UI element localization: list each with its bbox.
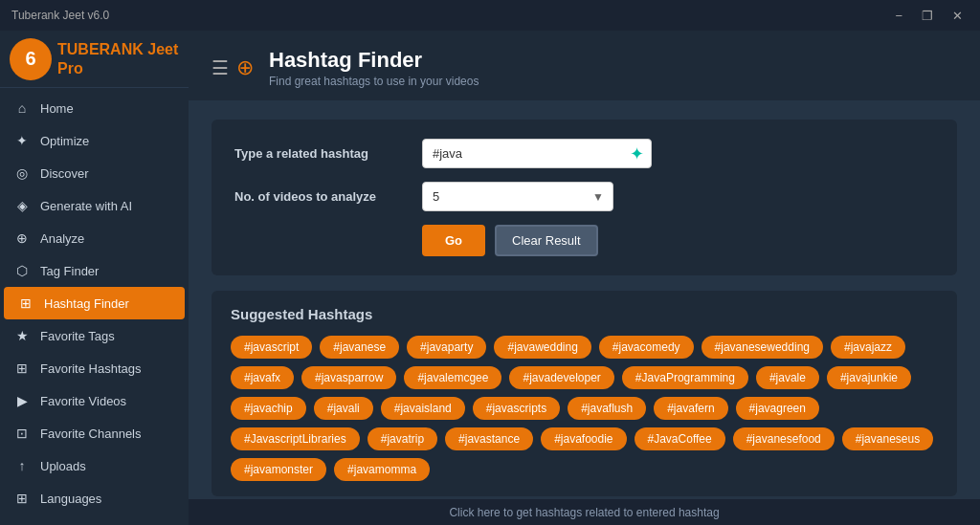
hashtag-tag[interactable]: #javanesewedding bbox=[702, 336, 823, 359]
videos-row: No. of videos to analyze 510152025 ▼ bbox=[234, 182, 934, 211]
nav-label-tag-finder: Tag Finder bbox=[40, 264, 99, 278]
ai-icon[interactable]: ✦ bbox=[630, 143, 644, 164]
header-title-block: Hashtag Finder Find great hashtags to us… bbox=[269, 48, 479, 88]
hashtag-tag[interactable]: #javamonster bbox=[231, 458, 326, 481]
sidebar-item-home[interactable]: ⌂ Home bbox=[0, 92, 189, 124]
hashtag-tag[interactable]: #javascript bbox=[231, 336, 312, 359]
sidebar-item-favorite-tags[interactable]: ★ Favorite Tags bbox=[0, 319, 189, 352]
hashtag-tag[interactable]: #javalemcgee bbox=[404, 366, 501, 389]
hashtag-tag[interactable]: #JavascriptLibraries bbox=[231, 427, 360, 450]
nav-icon-favorite-tags: ★ bbox=[13, 328, 31, 343]
hashtag-label: Type a related hashtag bbox=[234, 146, 407, 161]
app-title: Tuberank Jeet v6.0 bbox=[11, 9, 109, 22]
hashtag-tag[interactable]: #javaparty bbox=[407, 336, 486, 359]
hashtag-tag[interactable]: #javale bbox=[756, 366, 819, 389]
sidebar-item-optimize[interactable]: ✦ Optimize bbox=[0, 124, 189, 157]
hashtag-tag[interactable]: #javaisland bbox=[381, 397, 465, 420]
sidebar-item-generate-ai[interactable]: ◈ Generate with AI bbox=[0, 189, 189, 222]
hashtag-tag[interactable]: #javafern bbox=[654, 397, 727, 420]
nav-label-uploads: Uploads bbox=[40, 459, 86, 473]
videos-select-wrap: 510152025 ▼ bbox=[422, 182, 613, 211]
hashtag-tag[interactable]: #javajunkie bbox=[827, 366, 911, 389]
sidebar-item-favorite-videos[interactable]: ▶ Favorite Videos bbox=[0, 384, 189, 417]
statusbar[interactable]: Click here to get hashtags related to en… bbox=[189, 498, 980, 525]
hashtag-tag[interactable]: #javagreen bbox=[736, 397, 819, 420]
hashtag-tag[interactable]: #javadeveloper bbox=[509, 366, 613, 389]
nav-icon-hashtag-finder: ⊞ bbox=[17, 295, 34, 311]
clear-button[interactable]: Clear Result bbox=[495, 225, 598, 256]
minimize-button[interactable]: − bbox=[889, 7, 908, 25]
hashtag-tag[interactable]: #javastance bbox=[445, 427, 533, 450]
nav-label-optimize: Optimize bbox=[40, 134, 89, 148]
hashtag-tag[interactable]: #javafx bbox=[231, 366, 294, 389]
sidebar-nav: ⌂ Home ✦ Optimize ◎ Discover ◈ Generate … bbox=[0, 88, 189, 525]
tags-wrap: #javascript#javanese#javaparty#javaweddi… bbox=[231, 336, 938, 481]
hashtag-tag[interactable]: #JavaProgramming bbox=[622, 366, 748, 389]
form-section: Type a related hashtag ✦ No. of videos t… bbox=[212, 120, 957, 275]
go-button[interactable]: Go bbox=[422, 225, 485, 256]
hashtag-tag[interactable]: #JavaCoffee bbox=[635, 427, 725, 450]
hashtag-tag[interactable]: #javaflush bbox=[568, 397, 646, 420]
nav-label-discover: Discover bbox=[40, 166, 89, 181]
hashtag-tag[interactable]: #javasparrow bbox=[301, 366, 396, 389]
sidebar-item-hashtag-finder[interactable]: ⊞ Hashtag Finder bbox=[4, 287, 185, 319]
hashtag-tag[interactable]: #javatrip bbox=[368, 427, 437, 450]
nav-icon-uploads: ↑ bbox=[13, 458, 31, 473]
hashtag-tag[interactable]: #javachip bbox=[231, 397, 306, 420]
form-actions: Go Clear Result bbox=[422, 225, 934, 256]
menu-icon[interactable]: ☰ bbox=[212, 56, 229, 79]
nav-icon-analyze: ⊕ bbox=[13, 230, 31, 246]
window-controls: − ❐ ✕ bbox=[889, 7, 969, 25]
nav-icon-optimize: ✦ bbox=[13, 133, 31, 148]
hashtag-tag[interactable]: #javali bbox=[314, 397, 373, 420]
hashtag-tag[interactable]: #javamomma bbox=[334, 458, 430, 481]
search-circle-icon: ⊕ bbox=[236, 55, 254, 80]
nav-icon-favorite-channels: ⊡ bbox=[13, 426, 31, 441]
sidebar-item-languages[interactable]: ⊞ Languages bbox=[0, 482, 189, 514]
hashtag-tag[interactable]: #javaneseus bbox=[842, 427, 933, 450]
videos-label: No. of videos to analyze bbox=[234, 189, 407, 204]
sidebar-item-favorite-hashtags[interactable]: ⊞ Favorite Hashtags bbox=[0, 352, 189, 384]
titlebar: Tuberank Jeet v6.0 − ❐ ✕ bbox=[0, 0, 980, 31]
nav-label-favorite-hashtags: Favorite Hashtags bbox=[40, 361, 142, 376]
sidebar-item-settings[interactable]: ✦ Settings bbox=[0, 514, 189, 525]
restore-button[interactable]: ❐ bbox=[916, 7, 939, 25]
nav-label-favorite-tags: Favorite Tags bbox=[40, 329, 115, 343]
nav-icon-generate-ai: ◈ bbox=[13, 198, 31, 213]
nav-icon-favorite-videos: ▶ bbox=[13, 393, 31, 408]
nav-label-languages: Languages bbox=[40, 492, 101, 506]
hashtag-tag[interactable]: #javawedding bbox=[494, 336, 590, 359]
nav-label-analyze: Analyze bbox=[40, 231, 84, 246]
sidebar-item-uploads[interactable]: ↑ Uploads bbox=[0, 449, 189, 482]
videos-select[interactable]: 510152025 bbox=[422, 182, 613, 211]
hashtag-tag[interactable]: #javafoodie bbox=[541, 427, 626, 450]
main-content: ☰ ⊕ Hashtag Finder Find great hashtags t… bbox=[189, 31, 980, 525]
sidebar-logo: 6 TUBERANK Jeet Pro bbox=[0, 31, 189, 88]
content-header: ☰ ⊕ Hashtag Finder Find great hashtags t… bbox=[189, 31, 980, 100]
header-icon-group: ☰ ⊕ bbox=[212, 55, 254, 80]
status-text: Click here to get hashtags related to en… bbox=[449, 506, 719, 519]
nav-label-favorite-videos: Favorite Videos bbox=[40, 394, 126, 408]
hashtag-tag[interactable]: #javascripts bbox=[473, 397, 560, 420]
sidebar-item-favorite-channels[interactable]: ⊡ Favorite Channels bbox=[0, 417, 189, 449]
suggested-title: Suggested Hashtags bbox=[231, 306, 938, 322]
sidebar-item-analyze[interactable]: ⊕ Analyze bbox=[0, 222, 189, 254]
nav-icon-home: ⌂ bbox=[13, 100, 31, 116]
hashtag-tag[interactable]: #javanesefood bbox=[733, 427, 835, 450]
suggested-hashtags-section: Suggested Hashtags #javascript#javanese#… bbox=[212, 291, 957, 496]
page-title: Hashtag Finder bbox=[269, 48, 479, 73]
sidebar: 6 TUBERANK Jeet Pro ⌂ Home ✦ Optimize ◎ … bbox=[0, 31, 189, 525]
hashtag-tag[interactable]: #javanese bbox=[320, 336, 399, 359]
hashtag-row: Type a related hashtag ✦ bbox=[234, 139, 934, 168]
hashtag-tag[interactable]: #javacomedy bbox=[599, 336, 694, 359]
nav-icon-favorite-hashtags: ⊞ bbox=[13, 361, 31, 376]
nav-icon-tag-finder: ⬡ bbox=[13, 263, 31, 278]
app-layout: 6 TUBERANK Jeet Pro ⌂ Home ✦ Optimize ◎ … bbox=[0, 31, 980, 525]
hashtag-tag[interactable]: #javajazz bbox=[831, 336, 905, 359]
sidebar-item-tag-finder[interactable]: ⬡ Tag Finder bbox=[0, 254, 189, 287]
nav-label-generate-ai: Generate with AI bbox=[40, 199, 132, 213]
close-button[interactable]: ✕ bbox=[947, 7, 969, 25]
hashtag-input[interactable] bbox=[422, 139, 652, 168]
logo-number: 6 bbox=[25, 48, 35, 70]
sidebar-item-discover[interactable]: ◎ Discover bbox=[0, 157, 189, 189]
